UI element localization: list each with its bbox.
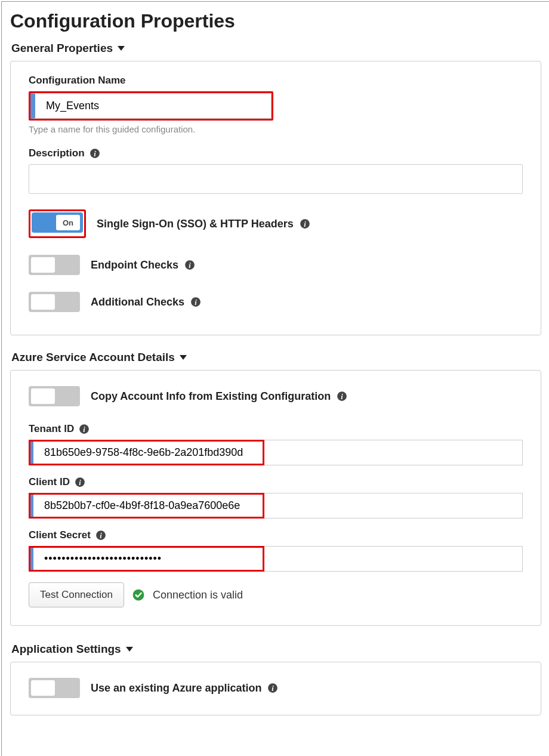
config-name-field: Configuration Name Type a name for this … — [29, 75, 523, 134]
copy-toggle-row: Copy Account Info from Existing Configur… — [29, 386, 523, 406]
info-icon[interactable]: i — [267, 683, 278, 693]
panel-appsettings: Use an existing Azure application i — [10, 662, 541, 715]
client-id-input[interactable] — [29, 493, 523, 519]
tenant-id-label-text: Tenant ID — [29, 423, 74, 435]
section-header-appsettings-label: Application Settings — [11, 643, 121, 656]
sso-toggle[interactable]: On — [32, 212, 83, 233]
config-name-label: Configuration Name — [29, 75, 523, 87]
svg-text:i: i — [304, 220, 306, 229]
copy-toggle-knob — [31, 388, 55, 404]
panel-general: Configuration Name Type a name for this … — [10, 61, 541, 335]
client-id-label-text: Client ID — [29, 476, 70, 488]
additional-toggle-knob — [31, 294, 55, 310]
copy-toggle-label-text: Copy Account Info from Existing Configur… — [91, 390, 331, 403]
info-icon[interactable]: i — [184, 260, 195, 270]
connection-status-text: Connection is valid — [153, 589, 243, 601]
section-header-general[interactable]: General Properties — [11, 42, 540, 55]
test-connection-row: Test Connection Connection is valid — [29, 582, 523, 607]
client-id-field: Client ID i — [29, 476, 523, 519]
endpoint-toggle-row: Endpoint Checks i — [29, 255, 523, 275]
info-icon[interactable]: i — [337, 391, 347, 402]
info-icon[interactable]: i — [190, 297, 201, 307]
config-name-highlight — [29, 91, 273, 121]
svg-text:i: i — [195, 298, 197, 307]
page-title: Configuration Properties — [10, 10, 541, 32]
section-header-appsettings[interactable]: Application Settings — [11, 643, 540, 656]
additional-toggle-row: Additional Checks i — [29, 292, 523, 312]
svg-text:i: i — [79, 479, 81, 487]
additional-toggle[interactable] — [29, 292, 80, 312]
svg-text:i: i — [272, 684, 274, 693]
info-icon[interactable]: i — [79, 424, 90, 434]
config-name-input[interactable] — [30, 93, 272, 119]
info-icon[interactable]: i — [90, 148, 100, 159]
use-existing-toggle-knob — [31, 680, 55, 696]
copy-toggle[interactable] — [29, 386, 80, 406]
chevron-down-icon — [180, 355, 187, 360]
endpoint-toggle-label-text: Endpoint Checks — [91, 259, 178, 271]
endpoint-toggle-knob — [31, 257, 55, 273]
use-existing-toggle-label: Use an existing Azure application i — [91, 682, 278, 695]
additional-toggle-label: Additional Checks i — [91, 296, 201, 308]
client-secret-input[interactable] — [29, 546, 523, 572]
client-id-label: Client ID i — [29, 476, 523, 488]
section-header-general-label: General Properties — [11, 42, 113, 55]
use-existing-toggle[interactable] — [29, 678, 80, 698]
additional-toggle-label-text: Additional Checks — [91, 296, 184, 308]
tenant-id-label: Tenant ID i — [29, 423, 523, 435]
config-name-helper: Type a name for this guided configuratio… — [29, 124, 523, 134]
check-circle-icon — [132, 589, 144, 601]
chevron-down-icon — [118, 46, 125, 51]
svg-text:i: i — [100, 532, 102, 540]
sso-toggle-highlight: On — [29, 209, 86, 238]
endpoint-toggle-label: Endpoint Checks i — [91, 259, 195, 271]
client-secret-label-text: Client Secret — [29, 529, 91, 541]
info-icon[interactable]: i — [300, 218, 310, 229]
page-container: Configuration Properties General Propert… — [1, 1, 549, 756]
sso-toggle-row: On Single Sign-On (SSO) & HTTP Headers i — [29, 209, 523, 238]
sso-toggle-knob: On — [56, 215, 80, 230]
info-icon[interactable]: i — [95, 530, 106, 541]
use-existing-toggle-row: Use an existing Azure application i — [29, 678, 523, 698]
sso-toggle-label-text: Single Sign-On (SSO) & HTTP Headers — [97, 218, 294, 230]
svg-text:i: i — [189, 261, 191, 270]
sso-toggle-label: Single Sign-On (SSO) & HTTP Headers i — [97, 218, 310, 230]
tenant-id-input[interactable] — [29, 440, 523, 465]
tenant-id-wrapper — [29, 440, 523, 465]
chevron-down-icon — [126, 647, 133, 652]
tenant-id-field: Tenant ID i — [29, 423, 523, 465]
description-input[interactable] — [29, 164, 523, 194]
client-secret-label: Client Secret i — [29, 529, 523, 541]
svg-text:i: i — [83, 425, 85, 434]
section-header-azure[interactable]: Azure Service Account Details — [11, 351, 540, 364]
client-id-wrapper — [29, 493, 523, 519]
copy-toggle-label: Copy Account Info from Existing Configur… — [91, 390, 347, 403]
info-icon[interactable]: i — [75, 477, 85, 487]
svg-point-16 — [133, 590, 144, 601]
client-secret-field: Client Secret i — [29, 529, 523, 572]
endpoint-toggle[interactable] — [29, 255, 80, 275]
client-secret-wrapper — [29, 546, 523, 572]
panel-azure: Copy Account Info from Existing Configur… — [10, 370, 541, 626]
test-connection-button[interactable]: Test Connection — [29, 582, 124, 607]
svg-text:i: i — [341, 393, 344, 401]
description-label: Description i — [29, 147, 523, 159]
description-field: Description i — [29, 147, 523, 196]
description-label-text: Description — [29, 147, 85, 159]
section-header-azure-label: Azure Service Account Details — [11, 351, 175, 364]
use-existing-toggle-label-text: Use an existing Azure application — [91, 682, 261, 695]
svg-text:i: i — [94, 150, 96, 158]
